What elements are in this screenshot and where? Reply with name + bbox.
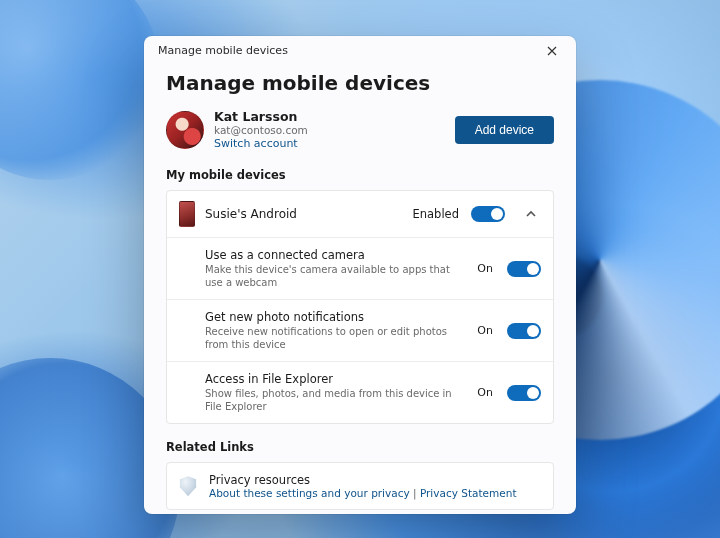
account-row: Kat Larsson kat@contoso.com Switch accou…	[166, 109, 554, 150]
wallpaper-bloom	[0, 0, 160, 180]
avatar	[166, 111, 204, 149]
device-header-row[interactable]: Susie's Android Enabled	[167, 191, 553, 237]
account-text: Kat Larsson kat@contoso.com Switch accou…	[214, 109, 308, 150]
option-title: Get new photo notifications	[205, 310, 467, 325]
option-state: On	[477, 386, 493, 399]
about-settings-privacy-link[interactable]: About these settings and your privacy	[209, 487, 410, 499]
titlebar[interactable]: Manage mobile devices	[144, 36, 576, 65]
privacy-resources-title: Privacy resources	[209, 473, 517, 487]
account-name: Kat Larsson	[214, 109, 308, 124]
option-desc: Receive new notifications to open or edi…	[205, 325, 467, 351]
file-explorer-toggle[interactable]	[507, 385, 541, 401]
option-state: On	[477, 262, 493, 275]
option-state: On	[477, 324, 493, 337]
account-info: Kat Larsson kat@contoso.com Switch accou…	[166, 109, 308, 150]
photo-notifications-toggle[interactable]	[507, 323, 541, 339]
close-button[interactable]	[538, 37, 566, 65]
option-title: Use as a connected camera	[205, 248, 467, 263]
option-connected-camera: Use as a connected camera Make this devi…	[167, 237, 553, 299]
related-links-label: Related Links	[166, 440, 554, 454]
option-desc: Make this device's camera available to a…	[205, 263, 467, 289]
window-content: Manage mobile devices Kat Larsson kat@co…	[144, 65, 576, 514]
option-file-explorer: Access in File Explorer Show files, phot…	[167, 361, 553, 423]
option-title: Access in File Explorer	[205, 372, 467, 387]
connected-camera-toggle[interactable]	[507, 261, 541, 277]
window-title: Manage mobile devices	[158, 44, 288, 57]
link-separator: |	[410, 487, 420, 499]
device-status: Enabled	[413, 207, 459, 221]
page-title: Manage mobile devices	[166, 71, 554, 95]
related-card: Privacy resources About these settings a…	[166, 462, 554, 510]
device-enabled-toggle[interactable]	[471, 206, 505, 222]
shield-icon	[179, 476, 197, 496]
my-devices-label: My mobile devices	[166, 168, 554, 182]
account-email: kat@contoso.com	[214, 124, 308, 137]
chevron-up-icon	[526, 209, 536, 219]
device-name: Susie's Android	[205, 207, 403, 221]
manage-mobile-devices-window: Manage mobile devices Manage mobile devi…	[144, 36, 576, 514]
privacy-resources-row: Privacy resources About these settings a…	[167, 463, 553, 509]
close-icon	[547, 46, 557, 56]
switch-account-link[interactable]: Switch account	[214, 137, 308, 150]
option-photo-notifications: Get new photo notifications Receive new …	[167, 299, 553, 361]
expand-collapse-button[interactable]	[521, 204, 541, 224]
privacy-statement-link[interactable]: Privacy Statement	[420, 487, 517, 499]
option-desc: Show files, photos, and media from this …	[205, 387, 467, 413]
desktop-wallpaper: Manage mobile devices Manage mobile devi…	[0, 0, 720, 538]
phone-icon	[179, 201, 195, 227]
add-device-button[interactable]: Add device	[455, 116, 554, 144]
device-card: Susie's Android Enabled Use as a connect…	[166, 190, 554, 424]
privacy-links: About these settings and your privacy | …	[209, 487, 517, 499]
